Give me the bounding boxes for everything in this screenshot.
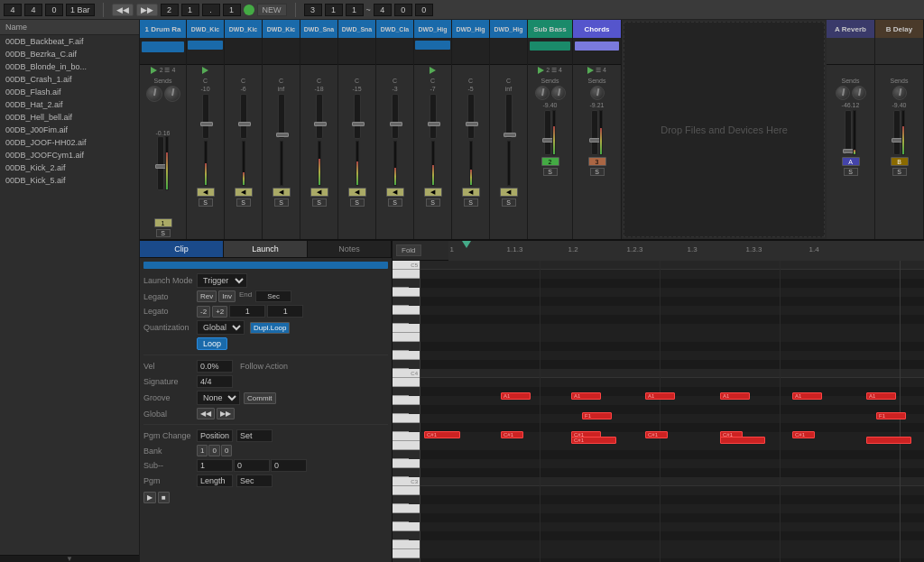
reverb-s[interactable]: S <box>844 168 858 176</box>
sub-val1[interactable]: 1 <box>197 459 233 472</box>
drum-fader[interactable] <box>157 136 164 190</box>
sub-val3[interactable]: 0 <box>271 459 307 472</box>
subbass-arm[interactable]: 2 <box>541 157 559 166</box>
dwdcla-s[interactable]: S <box>388 198 402 207</box>
midi-note-6[interactable]: C#1 <box>571 437 616 444</box>
tab-launch[interactable]: Launch <box>224 241 308 257</box>
chords-s[interactable]: S <box>590 168 605 176</box>
dwdcla-fader[interactable] <box>392 94 399 139</box>
piano-key-G2[interactable] <box>393 522 420 531</box>
piano-key-D#2[interactable] <box>393 558 409 562</box>
piano-key-A2[interactable] <box>393 504 420 513</box>
midi-note-7[interactable]: A1 <box>645 392 675 400</box>
quant-select[interactable]: Global None 1 Bar <box>197 320 245 335</box>
piano-key-F2[interactable] <box>393 540 420 549</box>
midi-note-13[interactable]: C#1 <box>792 431 815 438</box>
pgm-sec[interactable]: Sec <box>236 474 273 487</box>
piano-key-F4[interactable] <box>393 324 420 333</box>
dwdkic1-arm[interactable]: ◀ <box>197 188 215 197</box>
file-item[interactable]: 00DB_Blonde_in_bo... <box>0 60 139 73</box>
file-item[interactable]: 00DB_Kick_5.aif <box>0 174 139 187</box>
midi-note-3[interactable]: A1 <box>571 392 601 400</box>
commit-btn[interactable]: Commit <box>244 392 276 404</box>
dwdsna2-fader[interactable] <box>354 94 361 139</box>
dwdcla-handle[interactable] <box>390 122 402 126</box>
dwdkic1-play[interactable] <box>202 67 208 74</box>
piano-key-G3[interactable] <box>393 414 420 423</box>
drum-send-a-knob[interactable] <box>146 86 162 102</box>
subbass-fader[interactable] <box>544 110 551 155</box>
file-item[interactable]: 00DB_Flash.aif <box>0 86 139 98</box>
dwdhig1-play[interactable] <box>430 67 436 74</box>
piano-key-G4[interactable] <box>393 306 420 315</box>
dwdhig2-arm[interactable]: ◀ <box>462 188 480 197</box>
midi-note-15[interactable]: F1 <box>876 412 906 419</box>
piano-key-E4[interactable] <box>393 333 420 342</box>
piano-key-C5[interactable]: C5 <box>393 261 420 270</box>
drum-mute-btn[interactable]: S <box>156 229 171 237</box>
dwdhig1-s[interactable]: S <box>426 198 440 207</box>
file-item[interactable]: 00DB_Backbeat_F.aif <box>0 35 139 48</box>
dwdhig1-clip[interactable] <box>415 41 450 50</box>
dwdsna1-handle[interactable] <box>314 122 327 126</box>
dwdhig3-arm[interactable]: ◀ <box>500 188 518 197</box>
file-item[interactable]: 00DB_Hell_bell.aif <box>0 111 139 124</box>
nav-back-btn[interactable]: ◀◀ <box>112 4 134 16</box>
note-grid[interactable]: C#1 A1 C#1 A1 C#1 F1 C#1 A1 C#1 A1 C#1 A… <box>420 261 924 562</box>
sub-val2[interactable]: 0 <box>234 459 270 472</box>
piano-key-A3[interactable] <box>393 396 420 405</box>
file-item[interactable]: 00DB_Crash_1.aif <box>0 73 139 86</box>
dwdhig2-fader[interactable] <box>467 94 475 139</box>
piano-key-B2[interactable] <box>393 486 420 495</box>
midi-note-1[interactable]: A1 <box>501 392 531 400</box>
dwdsna2-arm[interactable]: ◀ <box>348 188 366 197</box>
delay-arm[interactable]: B <box>891 157 909 166</box>
rev-btn[interactable]: Rev <box>197 290 217 302</box>
dwdkic3-fader[interactable] <box>278 94 285 139</box>
collapse-arrow[interactable]: ▼ <box>0 555 139 562</box>
piano-key-D#4[interactable] <box>393 342 409 351</box>
decr-btn[interactable]: -2 <box>197 306 210 318</box>
dupl-loop-btn[interactable]: Dupl.Loop <box>250 322 290 334</box>
piano-key-F3[interactable] <box>393 432 420 441</box>
dwdsna2-s[interactable]: S <box>350 198 365 207</box>
stop-btn[interactable]: ■ <box>158 492 170 503</box>
delay-s[interactable]: S <box>892 168 907 176</box>
piano-key-C#4[interactable] <box>393 360 409 369</box>
reverb-knob-b[interactable] <box>852 86 866 100</box>
midi-note-8[interactable]: C#1 <box>645 431 668 438</box>
pgm-change-pos[interactable]: Position <box>197 429 233 442</box>
drop-zone[interactable]: Drop Files and Devices Here <box>624 22 825 237</box>
piano-key-C#3[interactable] <box>393 468 409 477</box>
dwdkic1-s[interactable]: S <box>199 198 213 207</box>
incr-btn[interactable]: +2 <box>212 306 227 318</box>
launch-mode-select[interactable]: Trigger Gate Toggle Repeat <box>197 273 247 288</box>
dwdhig2-handle[interactable] <box>466 122 478 126</box>
dwdkic2-fader[interactable] <box>240 94 247 139</box>
file-item[interactable]: 00DB_J00Fim.aif <box>0 124 139 136</box>
dwdkic2-s[interactable]: S <box>236 198 251 207</box>
drum-send-b-knob[interactable] <box>164 86 180 102</box>
piano-key-D3[interactable] <box>393 459 420 468</box>
dwdsna2-handle[interactable] <box>352 122 365 126</box>
piano-key-A#3[interactable] <box>393 387 409 396</box>
piano-key-E2[interactable] <box>393 549 420 558</box>
time-sig[interactable]: 1 Bar <box>66 4 95 16</box>
new-btn[interactable]: NEW <box>257 4 287 16</box>
groove-select[interactable]: None MPC <box>197 391 240 405</box>
midi-note-2[interactable]: C#1 <box>501 431 523 438</box>
chords-fader[interactable] <box>591 110 598 155</box>
fold-btn[interactable]: Fold <box>396 244 421 256</box>
file-item[interactable]: 00DB_Hat_2.aif <box>0 98 139 111</box>
piano-key-G#3[interactable] <box>393 405 409 414</box>
reverb-arm[interactable]: A <box>842 157 860 166</box>
back-btn[interactable]: ◀◀ <box>197 408 215 419</box>
piano-key-B3[interactable] <box>393 378 420 387</box>
subbass-clip[interactable] <box>530 41 570 51</box>
reverb-fader[interactable] <box>845 110 852 155</box>
subbass-knob-b[interactable] <box>551 86 566 100</box>
piano-key-F#2[interactable] <box>393 531 409 540</box>
fwd-btn[interactable]: ▶▶ <box>217 408 235 419</box>
dwdsna1-arm[interactable]: ◀ <box>310 188 328 197</box>
dwdhig3-s[interactable]: S <box>502 198 516 207</box>
